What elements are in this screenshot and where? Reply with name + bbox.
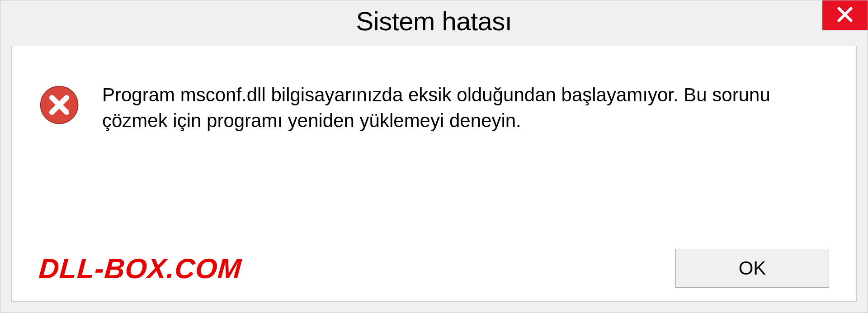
ok-button[interactable]: OK	[675, 249, 829, 288]
error-icon	[39, 85, 80, 125]
error-message: Program msconf.dll bilgisayarınızda eksi…	[102, 82, 829, 133]
footer: DLL-BOX.COM OK	[39, 235, 829, 288]
close-button[interactable]	[822, 0, 868, 30]
titlebar: Sistem hatası	[0, 0, 868, 46]
message-row: Program msconf.dll bilgisayarınızda eksi…	[39, 82, 829, 133]
error-dialog: Sistem hatası Program msconf.dll bilgisa…	[0, 0, 868, 313]
content-panel: Program msconf.dll bilgisayarınızda eksi…	[11, 46, 857, 302]
dialog-title: Sistem hatası	[356, 6, 512, 36]
close-icon	[835, 4, 855, 27]
watermark: DLL-BOX.COM	[38, 252, 243, 285]
